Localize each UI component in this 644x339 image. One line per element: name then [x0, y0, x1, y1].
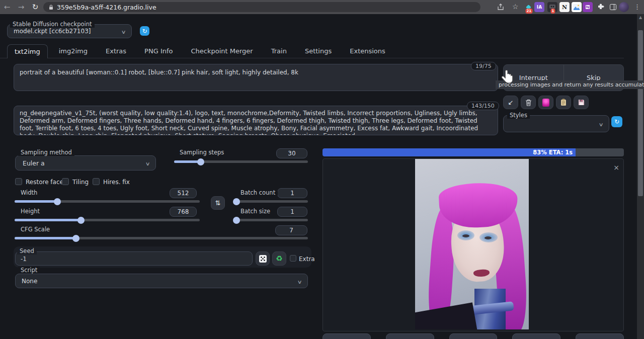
checkpoint-label: Stable Diffusion checkpoint: [10, 21, 95, 28]
negative-token-counter: 143/150: [467, 102, 499, 110]
progress-text: 83% ETA: 1s: [533, 149, 573, 156]
ext-gem-icon[interactable]: 21: [523, 2, 533, 12]
script-value: None: [22, 278, 37, 285]
swap-dimensions-button[interactable]: ⇅: [211, 196, 225, 210]
batch-size-slider[interactable]: [235, 219, 308, 221]
checkpoint-value: model.ckpt [cc6cb27103]: [14, 28, 91, 35]
hires-fix-label: Hires. fix: [103, 179, 130, 186]
batch-size-label: Batch size: [238, 208, 273, 215]
batch-count-label: Batch count: [238, 189, 278, 196]
tab-img2img[interactable]: img2img: [52, 44, 95, 58]
tab-txt2img[interactable]: txt2img: [7, 44, 48, 58]
progress-fill: 83% ETA: 1s: [323, 148, 576, 156]
sidebar-panel-icon[interactable]: [608, 2, 618, 12]
extensions-puzzle-icon[interactable]: [596, 2, 606, 12]
ext-ia-icon[interactable]: IA: [534, 2, 544, 12]
clear-prompt-button[interactable]: [521, 96, 536, 109]
restore-faces-checkbox[interactable]: [15, 178, 22, 185]
recycle-icon: ♻: [276, 254, 282, 263]
height-slider[interactable]: [15, 219, 200, 221]
forward-icon[interactable]: →: [14, 3, 28, 12]
sampling-method-value: Euler a: [23, 159, 45, 167]
sampling-steps-slider[interactable]: [174, 160, 308, 163]
main-tabbar: txt2img img2img Extras PNG Info Checkpoi…: [0, 44, 624, 58]
hires-fix-checkbox[interactable]: [93, 178, 100, 185]
ext-photos-icon[interactable]: [572, 2, 582, 12]
apply-styles-button[interactable]: [556, 96, 571, 109]
address-bar[interactable]: 359e5b9a-a5ff-4216.gradio.live: [43, 2, 480, 12]
trash-icon: [525, 99, 532, 106]
gallery-actions-row: [323, 333, 624, 339]
negative-prompt-text: ng_deepnegative_v1_75t, (worst quality, …: [20, 110, 478, 135]
extra-seed-checkbox[interactable]: [290, 255, 296, 262]
restore-faces-label: Restore faces: [26, 179, 66, 186]
ext-notion-icon[interactable]: N: [559, 2, 570, 12]
gallery-action-button[interactable]: [576, 333, 624, 339]
batch-count-input[interactable]: 1: [277, 188, 307, 198]
cfg-scale-slider[interactable]: [15, 237, 308, 239]
styles-refresh-button[interactable]: ↻: [611, 116, 622, 127]
ext-onenote-icon[interactable]: [583, 2, 593, 12]
styles-label: Styles: [507, 112, 530, 119]
profile-avatar[interactable]: [619, 2, 629, 12]
swap-icon: ⇅: [215, 199, 221, 207]
reuse-seed-button[interactable]: ♻: [272, 251, 286, 266]
close-icon[interactable]: ×: [613, 164, 619, 171]
gallery-action-button[interactable]: [512, 333, 560, 339]
checkpoint-refresh-button[interactable]: ↻: [140, 26, 149, 36]
chevron-down-icon: ∨: [145, 161, 150, 166]
save-style-button[interactable]: [574, 96, 589, 109]
paste-generation-params-button[interactable]: ↙: [503, 96, 518, 109]
ext-badge: 21: [526, 9, 533, 14]
sampling-steps-label: Sampling steps: [177, 149, 226, 156]
scrollbar-thumb[interactable]: [638, 30, 643, 196]
portrait-pupil: [462, 234, 469, 237]
tab-png-info[interactable]: PNG Info: [137, 44, 180, 58]
batch-size-input[interactable]: 1: [277, 207, 307, 217]
portrait-pupil: [485, 236, 492, 239]
generation-progressbar: 83% ETA: 1s: [323, 148, 624, 156]
tiling-checkbox[interactable]: [62, 178, 69, 185]
width-slider[interactable]: [15, 200, 200, 203]
chevron-down-icon: ∨: [121, 29, 126, 35]
interrupt-tooltip: processing images and return any results…: [496, 80, 644, 89]
tab-checkpoint-merger[interactable]: Checkpoint Merger: [184, 44, 260, 58]
page-scrollbar[interactable]: ▲: [637, 14, 644, 339]
negative-prompt-input[interactable]: ng_deepnegative_v1_75t, (worst quality, …: [14, 106, 498, 135]
cfg-scale-input[interactable]: 7: [275, 225, 307, 235]
back-icon[interactable]: ←: [0, 3, 14, 12]
tab-extras[interactable]: Extras: [99, 44, 133, 58]
sampling-steps-input[interactable]: 30: [276, 148, 307, 158]
tab-settings[interactable]: Settings: [298, 44, 339, 58]
paste-arrow-icon: ↙: [508, 99, 514, 106]
gallery-action-button[interactable]: [386, 333, 434, 339]
extra-networks-button[interactable]: [538, 96, 553, 109]
prompt-input[interactable]: portrait of a beautiful [woman::0.1] rob…: [14, 64, 498, 91]
tab-train[interactable]: Train: [264, 44, 294, 58]
gallery-action-button[interactable]: [449, 333, 498, 339]
gallery-action-button[interactable]: [323, 333, 371, 339]
tab-extensions[interactable]: Extensions: [343, 44, 392, 58]
seed-label: Seed: [17, 247, 37, 255]
refresh-icon: ↻: [142, 28, 147, 35]
prompt-token-counter: 19/75: [471, 62, 496, 70]
lock-icon: [49, 5, 53, 10]
share-icon[interactable]: [497, 4, 505, 11]
generated-image-preview[interactable]: [415, 159, 529, 329]
ext-badge: 1: [550, 9, 555, 14]
sampling-method-dropdown[interactable]: Euler a ∨: [15, 155, 156, 171]
browser-menu-icon[interactable]: ⋮: [634, 3, 640, 11]
height-input[interactable]: 768: [170, 207, 197, 217]
script-dropdown[interactable]: None ∨: [15, 274, 308, 288]
width-input[interactable]: 512: [170, 188, 197, 198]
random-seed-button[interactable]: [256, 251, 270, 266]
tiling-label: Tiling: [72, 179, 89, 186]
ext-dark-app-icon[interactable]: 1: [547, 2, 557, 12]
bookmark-star-icon[interactable]: ☆: [512, 3, 519, 11]
seed-input[interactable]: -1: [15, 251, 253, 266]
reload-icon[interactable]: ↻: [28, 3, 42, 12]
batch-count-slider[interactable]: [235, 200, 308, 203]
url-text: 359e5b9a-a5ff-4216.gradio.live: [57, 4, 156, 11]
refresh-icon: ↻: [614, 118, 619, 125]
scroll-up-icon[interactable]: ▲: [637, 15, 644, 20]
